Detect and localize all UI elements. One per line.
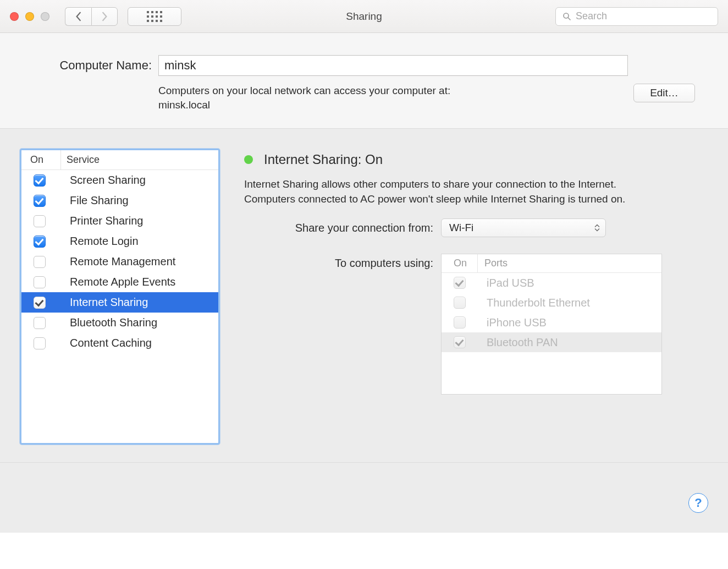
service-label: File Sharing — [61, 194, 129, 207]
service-label: Printer Sharing — [61, 215, 143, 227]
svg-point-0 — [564, 13, 569, 18]
services-header-service: Service — [61, 154, 100, 166]
help-icon: ? — [694, 496, 702, 510]
port-label: iPhone USB — [478, 316, 547, 329]
search-input[interactable]: Search — [555, 7, 718, 26]
service-label: Content Caching — [61, 337, 152, 349]
chevron-left-icon — [75, 12, 82, 21]
ports-header-on: On — [442, 254, 478, 272]
svg-line-1 — [568, 18, 571, 20]
detail-title: Internet Sharing: On — [264, 152, 383, 167]
grid-icon — [147, 11, 162, 22]
service-label: Bluetooth Sharing — [61, 316, 157, 329]
service-row[interactable]: Remote Login — [21, 231, 218, 251]
share-from-popup[interactable]: Wi-Fi — [441, 218, 606, 237]
service-label: Screen Sharing — [61, 174, 146, 187]
service-row[interactable]: Screen Sharing — [21, 170, 218, 190]
services-header: On Service — [21, 150, 218, 170]
service-label: Internet Sharing — [61, 296, 148, 309]
to-computers-label: To computers using: — [244, 254, 441, 270]
service-row[interactable]: Remote Apple Events — [21, 272, 218, 292]
window-controls — [10, 12, 49, 21]
services-header-on: On — [21, 150, 61, 169]
close-window-button[interactable] — [10, 12, 19, 21]
footer: ? — [0, 462, 728, 533]
zoom-window-button — [41, 12, 49, 21]
stepper-icon — [594, 224, 600, 232]
back-button[interactable] — [65, 7, 91, 26]
port-label: Thunderbolt Ethernet — [478, 297, 590, 309]
status-indicator-icon — [244, 155, 253, 164]
port-row[interactable]: iPhone USB — [442, 313, 661, 332]
computer-name-panel: Computer Name: Computers on your local n… — [0, 33, 728, 129]
service-label: Remote Apple Events — [61, 276, 175, 288]
service-row[interactable]: File Sharing — [21, 190, 218, 211]
service-row[interactable]: Bluetooth Sharing — [21, 313, 218, 333]
port-checkbox[interactable] — [454, 336, 466, 348]
nav-back-forward — [65, 7, 118, 26]
show-all-prefs-button[interactable] — [128, 7, 181, 26]
service-checkbox[interactable] — [34, 236, 46, 248]
service-checkbox[interactable] — [34, 317, 46, 329]
titlebar: Sharing Search — [0, 0, 728, 33]
port-checkbox[interactable] — [454, 277, 466, 289]
chevron-up-icon — [594, 224, 600, 228]
share-from-label: Share your connection from: — [244, 222, 441, 234]
port-checkbox[interactable] — [454, 297, 466, 309]
service-label: Remote Management — [61, 255, 175, 268]
computer-name-label: Computer Name: — [33, 58, 158, 73]
ports-table[interactable]: On Ports iPad USBThunderbolt EthernetiPh… — [441, 254, 662, 395]
port-label: Bluetooth PAN — [478, 336, 558, 349]
port-label: iPad USB — [478, 277, 534, 289]
service-checkbox[interactable] — [34, 174, 46, 187]
chevron-right-icon — [101, 12, 108, 21]
services-list[interactable]: On Service Screen SharingFile SharingPri… — [20, 149, 220, 445]
ports-header: On Ports — [442, 254, 661, 273]
port-row[interactable]: iPad USB — [442, 273, 661, 293]
service-row[interactable]: Internet Sharing — [21, 292, 218, 313]
minimize-window-button[interactable] — [25, 12, 34, 21]
chevron-down-icon — [594, 228, 600, 232]
service-checkbox[interactable] — [34, 337, 46, 349]
edit-hostname-button[interactable]: Edit… — [633, 84, 695, 102]
share-from-value: Wi-Fi — [449, 222, 473, 234]
search-icon — [562, 12, 571, 21]
port-row[interactable]: Bluetooth PAN — [442, 332, 661, 352]
service-label: Remote Login — [61, 235, 139, 248]
service-checkbox[interactable] — [34, 297, 46, 309]
search-placeholder: Search — [576, 10, 607, 22]
detail-description: Internet Sharing allows other computers … — [244, 177, 640, 206]
computer-name-field[interactable] — [158, 55, 628, 76]
port-checkbox[interactable] — [454, 316, 466, 329]
service-row[interactable]: Remote Management — [21, 251, 218, 272]
main-content: On Service Screen SharingFile SharingPri… — [0, 129, 728, 462]
service-detail: Internet Sharing: On Internet Sharing al… — [220, 149, 708, 442]
ports-header-ports: Ports — [478, 258, 508, 269]
service-row[interactable]: Printer Sharing — [21, 211, 218, 231]
help-button[interactable]: ? — [688, 493, 708, 513]
port-row[interactable]: Thunderbolt Ethernet — [442, 293, 661, 313]
forward-button[interactable] — [91, 7, 118, 26]
service-checkbox[interactable] — [34, 256, 46, 268]
service-checkbox[interactable] — [34, 215, 46, 227]
computer-name-hint: Computers on your local network can acce… — [158, 84, 554, 112]
service-row[interactable]: Content Caching — [21, 333, 218, 353]
service-checkbox[interactable] — [34, 195, 46, 207]
service-checkbox[interactable] — [34, 276, 46, 288]
